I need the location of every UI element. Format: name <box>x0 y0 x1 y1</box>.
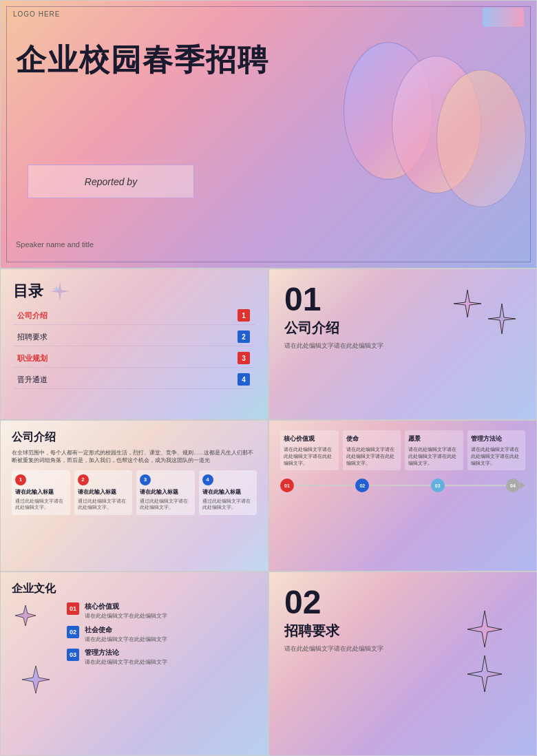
culture-num-2: 02 <box>67 626 79 638</box>
value-method: 管理方法论 请在此处编辑文字请在此处编辑文字请在此处编辑文字。 <box>467 430 526 470</box>
culture-content-3: 管理方法论 请在此处编辑文字在此处编辑文字 <box>85 648 257 666</box>
toc-item-4: 晋升通道 4 <box>13 370 255 389</box>
culture-title-2: 社会使命 <box>85 625 257 635</box>
slide-company-header: 01 公司介绍 请在此处编辑文字请在此处编辑文字 <box>268 269 537 420</box>
logo-text: LOGO HERE <box>13 10 60 18</box>
value-vision: 愿景 请在此处编辑文字请在此处编辑文字请在此处编辑文字。 <box>405 430 463 470</box>
oval-decorations <box>323 35 516 235</box>
color-swatch <box>483 8 524 27</box>
culture-title-1: 核心价值观 <box>85 602 257 611</box>
culture-num-3: 03 <box>67 649 79 661</box>
culture-list: 01 核心价值观 请在此处编辑文字在此处编辑文字 02 社会使命 请在此处编辑文… <box>67 602 257 666</box>
card-title-4: 请在此输入标题 <box>202 488 254 496</box>
culture-content-2: 社会使命 请在此处编辑文字在此处编辑文字 <box>85 625 257 644</box>
timeline-dot-4: 04 <box>506 479 520 492</box>
toc-title: 目录 <box>13 280 255 302</box>
card-1: 1 请在此输入标题 通过此处编辑文字请在此处编辑文字。 <box>12 470 70 516</box>
toc-list: 公司介绍 1 招聘要求 2 职业规划 3 晋升通道 4 <box>13 306 255 389</box>
culture-row-3: 03 管理方法论 请在此处编辑文字在此处编辑文字 <box>67 648 257 666</box>
star-icon-toc <box>49 280 71 302</box>
culture-star-svg-1 <box>12 602 60 657</box>
card-badge-4: 4 <box>202 474 213 485</box>
slide-company-content: 公司介绍 在全球范围中，每个人都有一定形式的校园生活，烈打、课堂、竞争、规则……… <box>0 420 268 571</box>
toc-item-1: 公司介绍 1 <box>13 306 255 325</box>
card-badge-2: 2 <box>78 474 89 485</box>
reported-by-box: Reported by <box>28 165 194 198</box>
timeline-line-2 <box>369 485 430 486</box>
value-title-3: 愿景 <box>408 434 460 443</box>
value-text-2: 请在此处编辑文字请在此处编辑文字请在此处编辑文字。 <box>346 446 398 466</box>
toc-label-3: 职业规划 <box>17 353 48 364</box>
card-badge-3: 3 <box>140 474 151 485</box>
company-heading: 公司介绍 <box>12 430 257 445</box>
value-title-4: 管理方法论 <box>471 434 523 443</box>
toc-num-2: 2 <box>238 330 250 343</box>
timeline-line-1 <box>294 485 355 486</box>
culture-desc-2: 请在此处编辑文字在此处编辑文字 <box>85 636 257 644</box>
values-grid: 核心价值观 请在此处编辑文字请在此处编辑文字请在此处编辑文字。 使命 请在此处编… <box>280 430 525 470</box>
speaker-text: Speaker name and title <box>16 240 94 249</box>
toc-num-3: 3 <box>238 352 250 364</box>
culture-num-1: 01 <box>67 602 79 615</box>
card-body-1: 通过此处编辑文字请在此处编辑文字。 <box>15 498 67 512</box>
toc-item-2: 招聘要求 2 <box>13 328 255 346</box>
slide-recruit-header: 02 招聘要求 请在此处编辑文字请在此处编辑文字 <box>268 571 537 756</box>
culture-layout: 01 核心价值观 请在此处编辑文字在此处编辑文字 02 社会使命 请在此处编辑文… <box>12 602 257 717</box>
slide-toc: 目录 公司介绍 1 招聘要求 2 职业规划 3 晋升通道 4 <box>0 269 268 420</box>
timeline-arrow <box>520 482 525 489</box>
value-text-3: 请在此处编辑文字请在此处编辑文字请在此处编辑文字。 <box>408 446 460 466</box>
toc-item-3: 职业规划 3 <box>13 349 255 368</box>
card-title-2: 请在此输入标题 <box>78 488 129 496</box>
reported-by-text: Reported by <box>85 176 137 187</box>
culture-row-2: 02 社会使命 请在此处编辑文字在此处编辑文字 <box>67 625 257 644</box>
culture-heading: 企业文化 <box>12 582 257 596</box>
culture-content-1: 核心价值观 请在此处编辑文字在此处编辑文字 <box>85 602 257 620</box>
card-3: 3 请在此输入标题 通过此处编辑文字请在此处编辑文字。 <box>136 470 195 516</box>
slide-hero: LOGO HERE 企业校园春季招聘 Reported by Speaker n… <box>0 0 537 269</box>
culture-star-decorations <box>12 602 60 717</box>
timeline: 01 02 03 04 <box>280 479 525 492</box>
value-text-4: 请在此处编辑文字请在此处编辑文字请在此处编辑文字。 <box>471 446 523 466</box>
toc-num-4: 4 <box>238 373 250 386</box>
star-decoration-7 <box>447 607 523 717</box>
culture-star-svg-2 <box>12 662 60 717</box>
star-cluster-7 <box>447 607 523 720</box>
star-cluster-3 <box>447 283 523 368</box>
slide-culture: 企业文化 <box>0 571 268 756</box>
card-badge-1: 1 <box>15 474 26 485</box>
value-mission: 使命 请在此处编辑文字请在此处编辑文字请在此处编辑文字。 <box>343 430 401 470</box>
value-core: 核心价值观 请在此处编辑文字请在此处编辑文字请在此处编辑文字。 <box>280 430 339 470</box>
slide-values: 核心价值观 请在此处编辑文字请在此处编辑文字请在此处编辑文字。 使命 请在此处编… <box>268 420 537 571</box>
value-title-1: 核心价值观 <box>284 434 335 443</box>
card-body-4: 通过此处编辑文字请在此处编辑文字。 <box>202 498 254 512</box>
oval-3 <box>436 70 526 207</box>
culture-desc-1: 请在此处编辑文字在此处编辑文字 <box>85 613 257 620</box>
timeline-dot-3: 03 <box>431 479 445 492</box>
timeline-line-3 <box>445 485 506 486</box>
cards-grid: 1 请在此输入标题 通过此处编辑文字请在此处编辑文字。 2 请在此输入标题 通过… <box>12 470 257 516</box>
card-4: 4 请在此输入标题 通过此处编辑文字请在此处编辑文字。 <box>199 470 257 516</box>
timeline-dot-2: 02 <box>355 479 369 492</box>
company-body: 在全球范围中，每个人都有一定形式的校园生活，烈打、课堂、竞争、规则……这都是凡生… <box>12 449 257 465</box>
value-text-1: 请在此处编辑文字请在此处编辑文字请在此处编辑文字。 <box>284 446 335 466</box>
toc-num-1: 1 <box>238 309 250 322</box>
star-decoration-3 <box>447 283 523 366</box>
card-2: 2 请在此输入标题 通过此处编辑文字请在此处编辑文字。 <box>74 470 133 516</box>
toc-label-2: 招聘要求 <box>17 332 48 342</box>
card-title-1: 请在此输入标题 <box>15 488 67 496</box>
culture-desc-3: 请在此处编辑文字在此处编辑文字 <box>85 659 257 666</box>
culture-row-1: 01 核心价值观 请在此处编辑文字在此处编辑文字 <box>67 602 257 620</box>
card-body-3: 通过此处编辑文字请在此处编辑文字。 <box>140 498 191 512</box>
toc-label-4: 晋升通道 <box>17 375 48 385</box>
main-title: 企业校园春季招聘 <box>16 42 269 78</box>
card-title-3: 请在此输入标题 <box>140 488 191 496</box>
toc-label-1: 公司介绍 <box>17 311 48 321</box>
card-body-2: 通过此处编辑文字请在此处编辑文字。 <box>78 498 129 512</box>
timeline-dot-1: 01 <box>280 479 294 492</box>
culture-title-3: 管理方法论 <box>85 648 257 658</box>
value-title-2: 使命 <box>346 434 398 443</box>
presentation-grid: LOGO HERE 企业校园春季招聘 Reported by Speaker n… <box>0 0 537 756</box>
